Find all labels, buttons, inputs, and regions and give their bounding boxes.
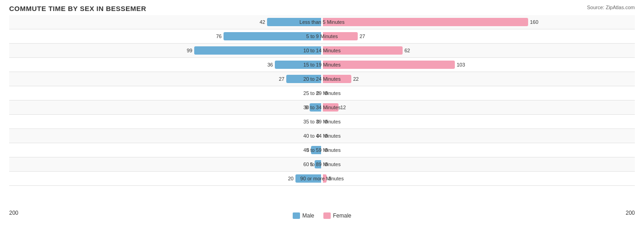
- male-value: 8: [301, 147, 309, 153]
- axis-left: 200: [9, 210, 18, 219]
- male-value: 5: [305, 162, 313, 167]
- female-value: 27: [360, 33, 368, 39]
- male-section: 20: [9, 172, 322, 185]
- male-bar: [275, 61, 321, 69]
- male-label: Male: [302, 212, 314, 219]
- female-value: 103: [457, 62, 465, 67]
- female-bar: [323, 18, 528, 26]
- male-section: 0: [9, 115, 322, 128]
- male-section: 5: [9, 157, 322, 171]
- female-bar: [323, 61, 455, 69]
- table-row: 27 20 to 24 Minutes 22: [9, 72, 635, 86]
- male-section: 99: [9, 44, 322, 57]
- male-value: 0: [311, 90, 319, 96]
- female-label: Female: [333, 212, 351, 219]
- chart-title: COMMUTE TIME BY SEX IN BESSEMER: [9, 5, 635, 12]
- male-value: 0: [311, 133, 319, 139]
- female-section: 27: [322, 29, 635, 43]
- female-section: 0: [322, 115, 635, 128]
- female-bar: [323, 46, 403, 55]
- female-value: 12: [340, 105, 349, 110]
- male-value: 27: [276, 76, 284, 82]
- female-bar: [323, 103, 338, 112]
- male-section: 42: [9, 15, 322, 29]
- male-section: 76: [9, 29, 322, 43]
- female-value: 0: [325, 162, 333, 167]
- female-bar: [323, 32, 358, 40]
- axis-right: 200: [626, 210, 635, 219]
- table-row: 20 90 or more Minutes 3: [9, 172, 635, 186]
- male-section: 27: [9, 72, 322, 86]
- female-section: 62: [322, 44, 635, 57]
- table-row: 99 10 to 14 Minutes 62: [9, 44, 635, 58]
- female-section: 0: [322, 129, 635, 143]
- male-section: 8: [9, 143, 322, 157]
- male-section: 0: [9, 86, 322, 100]
- female-section: 3: [322, 172, 635, 185]
- male-section: 9: [9, 100, 322, 114]
- female-section: 0: [322, 143, 635, 157]
- legend-male: Male: [293, 212, 314, 219]
- male-value: 0: [311, 119, 319, 124]
- female-value: 22: [353, 76, 361, 82]
- female-section: 12: [322, 100, 635, 114]
- male-value: 76: [213, 33, 222, 39]
- male-value: 20: [285, 176, 294, 181]
- female-value: 0: [325, 90, 333, 96]
- male-bar: [295, 174, 321, 183]
- female-section: 160: [322, 15, 635, 29]
- male-value: 99: [184, 48, 192, 53]
- male-section: 0: [9, 129, 322, 143]
- table-row: 9 30 to 34 Minutes 12: [9, 100, 635, 115]
- chart-area: 42 Less than 5 Minutes 160 76 5 to 9 Min…: [9, 15, 635, 208]
- table-row: 5 60 to 89 Minutes 0: [9, 157, 635, 172]
- male-bar: [315, 160, 321, 168]
- male-bar: [267, 18, 321, 26]
- legend: Male Female: [293, 212, 351, 219]
- male-value: 42: [257, 19, 265, 25]
- source-text: Source: ZipAtlas.com: [587, 5, 635, 10]
- table-row: 8 45 to 59 Minutes 0: [9, 143, 635, 157]
- female-section: 103: [322, 58, 635, 72]
- male-value: 36: [265, 62, 273, 67]
- female-value: 0: [325, 133, 333, 139]
- female-bar: [323, 174, 327, 183]
- table-row: 0 35 to 39 Minutes 0: [9, 115, 635, 129]
- table-row: 36 15 to 19 Minutes 103: [9, 58, 635, 72]
- female-legend-box: [323, 212, 331, 219]
- male-bar: [311, 146, 321, 154]
- male-section: 36: [9, 58, 322, 72]
- female-value: 0: [325, 147, 333, 153]
- male-bar: [194, 46, 321, 55]
- female-section: 0: [322, 157, 635, 171]
- table-row: 42 Less than 5 Minutes 160: [9, 15, 635, 29]
- table-row: 76 5 to 9 Minutes 27: [9, 29, 635, 44]
- table-row: 0 40 to 44 Minutes 0: [9, 129, 635, 143]
- female-value: 3: [328, 176, 337, 181]
- male-bar: [224, 32, 321, 40]
- male-legend-box: [293, 212, 300, 219]
- female-value: 160: [530, 19, 538, 25]
- axis-area: 200 Male Female 200: [9, 208, 635, 219]
- female-bar: [323, 75, 351, 83]
- male-bar: [310, 103, 321, 112]
- female-section: 22: [322, 72, 635, 86]
- table-row: 0 25 to 29 Minutes 0: [9, 86, 635, 100]
- female-section: 0: [322, 86, 635, 100]
- male-value: 9: [300, 105, 308, 110]
- male-bar: [286, 75, 321, 83]
- chart-container: COMMUTE TIME BY SEX IN BESSEMER Source: …: [0, 0, 644, 240]
- female-value: 0: [325, 119, 333, 124]
- female-value: 62: [404, 48, 413, 53]
- legend-female: Female: [323, 212, 351, 219]
